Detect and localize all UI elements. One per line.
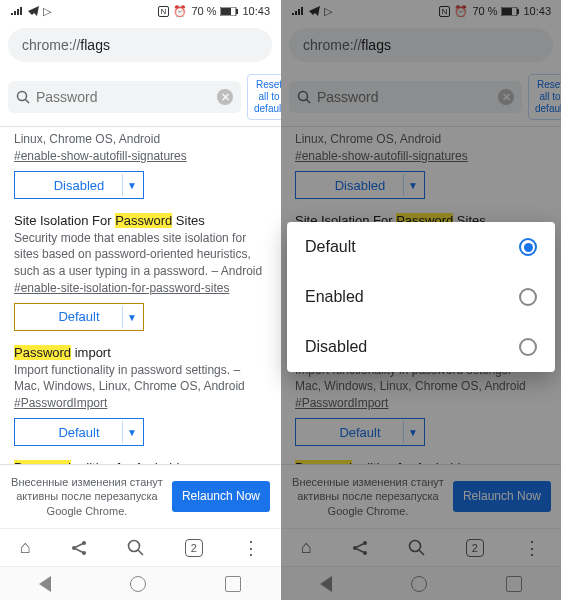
svg-rect-1 (221, 8, 231, 15)
battery-icon (220, 7, 238, 16)
battery-text: 70 % (472, 5, 497, 17)
nfc-icon: N (439, 6, 451, 17)
svg-line-11 (138, 550, 143, 555)
share-icon[interactable] (70, 539, 88, 557)
search-box[interactable]: ✕ (8, 81, 241, 113)
svg-point-15 (299, 92, 308, 101)
signal-icon (10, 6, 24, 16)
play-icon: ▷ (324, 5, 332, 18)
omnibox[interactable]: chrome://flags (289, 28, 553, 62)
menu-icon[interactable]: ⋮ (242, 537, 260, 559)
home-icon[interactable]: ⌂ (301, 537, 312, 558)
clear-icon[interactable]: ✕ (498, 89, 514, 105)
svg-rect-13 (502, 8, 512, 15)
svg-line-16 (307, 100, 311, 104)
clock-text: 10:43 (242, 5, 270, 17)
svg-line-20 (355, 543, 365, 548)
toolbar-search-icon[interactable] (408, 539, 426, 557)
alarm-icon: ⏰ (173, 5, 187, 18)
menu-icon[interactable]: ⋮ (523, 537, 541, 559)
screen-left: ▷ N ⏰ 70 % 10:43 chrome://flags ✕ Reset … (0, 0, 280, 600)
svg-line-9 (74, 548, 84, 553)
flag-hash[interactable]: #PasswordImport (14, 396, 266, 410)
svg-line-21 (355, 548, 365, 553)
search-box[interactable]: ✕ (289, 81, 522, 113)
flag-platforms: Linux, Chrome OS, Android (14, 131, 266, 147)
svg-line-8 (74, 543, 84, 548)
popup-option-disabled[interactable]: Disabled (287, 322, 555, 372)
relaunch-banner: Внесенные изменения станут активны после… (281, 464, 561, 528)
search-input[interactable] (317, 89, 492, 105)
popup-option-default[interactable]: Default (287, 222, 555, 272)
svg-point-22 (410, 540, 421, 551)
banner-text: Внесенные изменения станут активны после… (10, 475, 164, 518)
browser-toolbar: ⌂ 2 ⋮ (281, 528, 561, 566)
flag-item: Site Isolation For Password Sites Securi… (14, 213, 266, 331)
tabs-button[interactable]: 2 (185, 539, 203, 557)
omnibox[interactable]: chrome://flags (8, 28, 272, 62)
signal-icon (291, 6, 305, 16)
relaunch-banner: Внесенные изменения станут активны после… (0, 464, 280, 528)
svg-rect-2 (236, 9, 238, 14)
radio-icon (519, 338, 537, 356)
tabs-button[interactable]: 2 (466, 539, 484, 557)
search-icon (297, 90, 311, 104)
flag-desc: Security mode that enables site isolatio… (14, 230, 266, 279)
reset-all-button[interactable]: Reset all to default (528, 74, 561, 120)
alarm-icon: ⏰ (454, 5, 468, 18)
system-navbar (281, 566, 561, 600)
status-bar: ▷ N ⏰ 70 % 10:43 (0, 0, 280, 22)
share-icon[interactable] (351, 539, 369, 557)
play-icon: ▷ (43, 5, 51, 18)
toolbar-search-icon[interactable] (127, 539, 145, 557)
dropdown-popup: Default Enabled Disabled (287, 222, 555, 372)
flag-hash[interactable]: #enable-show-autofill-signatures (14, 149, 266, 163)
telegram-icon (309, 6, 320, 16)
flag-item: Password import Import functionality in … (14, 345, 266, 446)
flag-item: Linux, Chrome OS, Android #enable-show-a… (14, 131, 266, 199)
search-row: ✕ Reset all to default (0, 68, 280, 127)
system-navbar (0, 566, 280, 600)
radio-icon (519, 238, 537, 256)
home-nav-icon[interactable] (411, 576, 427, 592)
radio-icon (519, 288, 537, 306)
screen-right: ▷ N ⏰ 70 % 10:43 chrome://flags ✕ Reset … (281, 0, 561, 600)
flag-dropdown[interactable]: Default▼ (14, 303, 144, 331)
flag-dropdown[interactable]: Default▼ (295, 418, 425, 446)
svg-rect-14 (517, 9, 519, 14)
battery-icon (501, 7, 519, 16)
nfc-icon: N (158, 6, 170, 17)
clear-icon[interactable]: ✕ (217, 89, 233, 105)
svg-point-10 (129, 540, 140, 551)
relaunch-button[interactable]: Relaunch Now (453, 481, 551, 511)
flag-title: Password import (14, 345, 266, 360)
browser-toolbar: ⌂ 2 ⋮ (0, 528, 280, 566)
svg-point-3 (18, 92, 27, 101)
search-row: ✕ Reset all to default (281, 68, 561, 127)
home-icon[interactable]: ⌂ (20, 537, 31, 558)
telegram-icon (28, 6, 39, 16)
flag-title: Site Isolation For Password Sites (14, 213, 266, 228)
relaunch-button[interactable]: Relaunch Now (172, 481, 270, 511)
flag-hash[interactable]: #enable-site-isolation-for-password-site… (14, 281, 266, 295)
flag-dropdown[interactable]: Default▼ (14, 418, 144, 446)
flag-dropdown[interactable]: Disabled▼ (295, 171, 425, 199)
recents-icon[interactable] (225, 576, 241, 592)
back-icon[interactable] (320, 576, 332, 592)
popup-option-enabled[interactable]: Enabled (287, 272, 555, 322)
svg-line-4 (26, 100, 30, 104)
search-input[interactable] (36, 89, 211, 105)
flag-dropdown[interactable]: Disabled▼ (14, 171, 144, 199)
clock-text: 10:43 (523, 5, 551, 17)
svg-line-23 (419, 550, 424, 555)
status-bar: ▷ N ⏰ 70 % 10:43 (281, 0, 561, 22)
flag-desc: Import functionality in password setting… (14, 362, 266, 394)
recents-icon[interactable] (506, 576, 522, 592)
back-icon[interactable] (39, 576, 51, 592)
search-icon (16, 90, 30, 104)
battery-text: 70 % (191, 5, 216, 17)
home-nav-icon[interactable] (130, 576, 146, 592)
